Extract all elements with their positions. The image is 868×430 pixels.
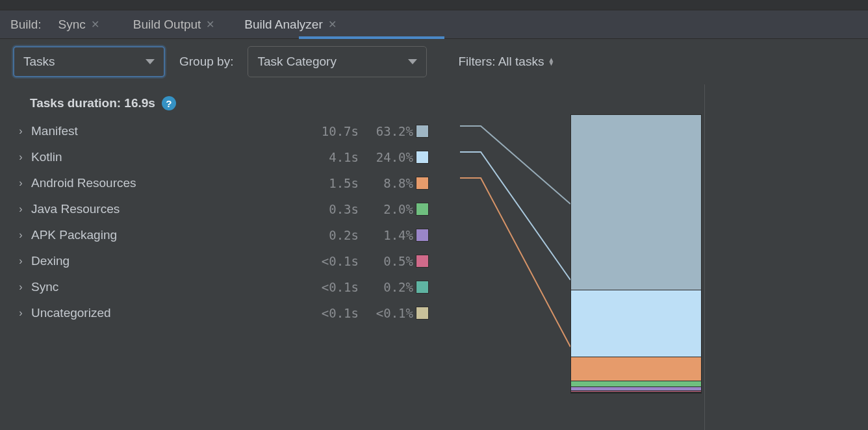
- close-icon[interactable]: ✕: [328, 18, 337, 31]
- active-tab-indicator: [299, 36, 444, 39]
- category-percent: 24.0%: [361, 150, 413, 164]
- category-duration: <0.1s: [281, 280, 359, 294]
- header-prefix: Tasks duration:: [30, 96, 124, 110]
- tab-sync[interactable]: Sync ✕: [52, 15, 106, 34]
- chart-segment[interactable]: [571, 393, 701, 394]
- tab-label: Sync: [58, 18, 86, 32]
- category-percent: 0.2%: [361, 280, 413, 294]
- category-label[interactable]: Sync: [31, 280, 278, 294]
- chevron-down-icon: [146, 59, 155, 64]
- chevron-right-icon[interactable]: ›: [13, 125, 29, 137]
- category-percent: 63.2%: [361, 124, 413, 138]
- help-icon[interactable]: ?: [162, 96, 176, 110]
- dropdown-label: Task Category: [257, 55, 336, 69]
- chevron-right-icon[interactable]: ›: [13, 281, 29, 293]
- tasks-pane: Tasks duration: 16.9s ? ›Manifest10.7s63…: [0, 84, 705, 430]
- header-duration: 16.9s: [124, 96, 155, 110]
- close-icon[interactable]: ✕: [91, 18, 99, 31]
- color-swatch: [416, 255, 429, 268]
- category-label[interactable]: Uncategorized: [31, 306, 278, 320]
- chart-segment[interactable]: [571, 290, 701, 357]
- category-duration: <0.1s: [281, 254, 359, 268]
- chevron-right-icon[interactable]: ›: [13, 307, 29, 319]
- view-dropdown[interactable]: Tasks: [13, 46, 165, 77]
- category-percent: <0.1%: [361, 306, 413, 320]
- color-swatch: [416, 177, 429, 190]
- category-duration: 10.7s: [281, 124, 359, 138]
- category-label[interactable]: Android Resources: [31, 176, 278, 190]
- group-by-dropdown[interactable]: Task Category: [248, 46, 427, 77]
- category-label[interactable]: Kotlin: [31, 150, 278, 164]
- tab-build-output[interactable]: Build Output ✕: [127, 15, 222, 34]
- chevron-down-icon: [408, 59, 417, 64]
- dropdown-label: Tasks: [23, 55, 55, 69]
- category-percent: 8.8%: [361, 176, 413, 190]
- category-label[interactable]: Manifest: [31, 124, 278, 138]
- category-duration: 4.1s: [281, 150, 359, 164]
- category-duration: <0.1s: [281, 306, 359, 320]
- chevron-right-icon[interactable]: ›: [13, 151, 29, 163]
- category-percent: 2.0%: [361, 202, 413, 216]
- category-label[interactable]: APK Packaging: [31, 228, 278, 242]
- color-swatch: [416, 281, 429, 294]
- chart-segment[interactable]: [571, 357, 701, 382]
- category-duration: 0.2s: [281, 228, 359, 242]
- color-swatch: [416, 307, 429, 320]
- sort-icon: ▲▼: [548, 58, 554, 66]
- chevron-right-icon[interactable]: ›: [13, 177, 29, 189]
- chart-segment[interactable]: [571, 115, 701, 290]
- tab-build-analyzer[interactable]: Build Analyzer ✕: [238, 15, 342, 34]
- color-swatch: [416, 125, 429, 138]
- analyzer-toolbar: Tasks Group by: Task Category Filters: A…: [0, 39, 868, 84]
- tabbar-title: Build:: [10, 18, 42, 32]
- category-duration: 1.5s: [281, 176, 359, 190]
- filters-dropdown[interactable]: Filters: All tasks ▲▼: [458, 55, 554, 69]
- category-percent: 0.5%: [361, 254, 413, 268]
- filters-label: Filters: All tasks: [458, 55, 544, 69]
- chevron-right-icon[interactable]: ›: [13, 203, 29, 215]
- category-percent: 1.4%: [361, 228, 413, 242]
- close-icon[interactable]: ✕: [206, 18, 214, 31]
- tab-label: Build Output: [133, 18, 201, 32]
- category-label[interactable]: Java Resources: [31, 202, 278, 216]
- color-swatch: [416, 203, 429, 216]
- tab-label: Build Analyzer: [244, 18, 322, 32]
- group-by-label: Group by:: [179, 55, 233, 69]
- category-label[interactable]: Dexing: [31, 254, 278, 268]
- chevron-right-icon[interactable]: ›: [13, 229, 29, 241]
- color-swatch: [416, 151, 429, 164]
- tasks-duration-header: Tasks duration: 16.9s ?: [30, 96, 704, 110]
- category-duration: 0.3s: [281, 202, 359, 216]
- chevron-right-icon[interactable]: ›: [13, 255, 29, 267]
- stacked-bar-chart: [570, 114, 702, 394]
- color-swatch: [416, 229, 429, 242]
- build-tabbar: Build: Sync ✕ Build Output ✕ Build Analy…: [0, 10, 868, 39]
- chart-segment[interactable]: [571, 381, 701, 387]
- title-bar-fragment: [0, 0, 868, 10]
- details-pane: [705, 84, 868, 430]
- analyzer-content: Tasks duration: 16.9s ? ›Manifest10.7s63…: [0, 84, 868, 430]
